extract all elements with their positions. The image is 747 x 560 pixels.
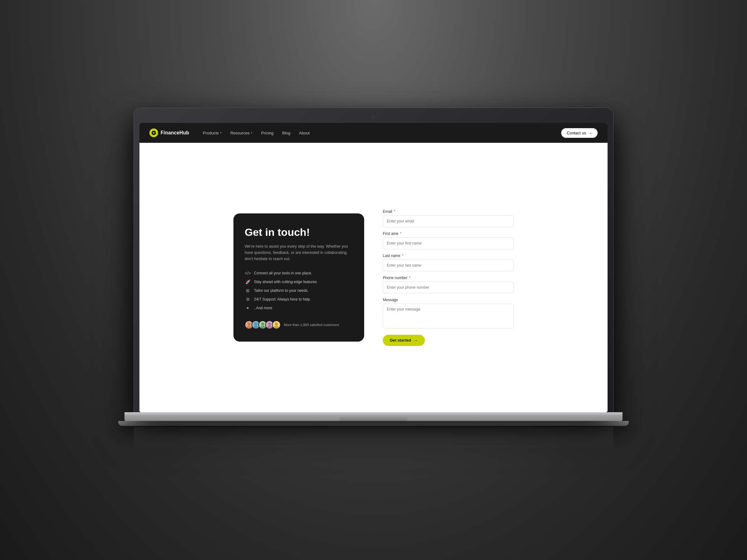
logo-ring — [152, 131, 156, 135]
avatar-stack — [244, 320, 281, 329]
feature-text: Stay ahead with cutting-edge features. — [254, 280, 318, 284]
phone-group: Phone number * — [383, 276, 514, 293]
nav-products[interactable]: Products ▾ — [199, 129, 225, 137]
phone-input[interactable] — [383, 282, 514, 293]
svg-point-5 — [260, 326, 265, 329]
camera — [372, 116, 375, 119]
required-star: * — [394, 209, 395, 214]
feature-text: ..And more — [254, 306, 272, 310]
nav-resources[interactable]: Resources ▾ — [227, 129, 256, 137]
layers-icon: ⊞ — [244, 288, 251, 293]
nav-pricing[interactable]: Pricing — [257, 129, 277, 137]
laptop-bottom — [118, 421, 629, 426]
logo-dot — [153, 132, 155, 134]
laptop-container: FinanceHub Products ▾ Resources ▾ Pricin… — [134, 108, 613, 452]
message-group: Message — [383, 298, 514, 330]
get-started-button[interactable]: Get started → — [383, 335, 425, 346]
avatar — [272, 320, 281, 329]
nav-links: Products ▾ Resources ▾ Pricing Blog Abou — [199, 129, 561, 137]
list-item: ⚙ 24/7 Support: Always here to help. — [244, 297, 353, 302]
feature-text: Tailor our platform to your needs. — [254, 288, 308, 293]
required-star: * — [409, 276, 411, 280]
submit-arrow-icon: → — [414, 338, 418, 343]
card-title: Get in touch! — [244, 226, 353, 239]
rocket-icon: 🚀 — [244, 279, 251, 284]
email-input[interactable] — [383, 215, 514, 227]
feature-list: </> Connect all your tools in one place.… — [244, 271, 353, 311]
resources-chevron-icon: ▾ — [251, 131, 252, 134]
navbar: FinanceHub Products ▾ Resources ▾ Pricin… — [139, 123, 608, 143]
svg-point-9 — [274, 326, 279, 329]
cta-arrow-icon: → — [588, 131, 592, 135]
message-textarea[interactable] — [383, 304, 514, 328]
support-icon: ⚙ — [244, 297, 251, 302]
svg-point-6 — [268, 323, 271, 326]
list-item: ⊞ Tailor our platform to your needs. — [244, 288, 353, 293]
laptop-screen: FinanceHub Products ▾ Resources ▾ Pricin… — [139, 123, 608, 412]
info-card: Get in touch! We're here to assist you e… — [233, 213, 364, 342]
nav-about[interactable]: About — [295, 129, 313, 137]
first-name-label: First ame * — [383, 232, 514, 236]
email-label: Email * — [383, 209, 514, 214]
feature-text: 24/7 Support: Always here to help. — [254, 297, 311, 301]
products-chevron-icon: ▾ — [220, 131, 222, 134]
svg-point-3 — [253, 326, 258, 329]
list-item: ✦ ..And more — [244, 305, 353, 311]
first-name-group: First ame * — [383, 232, 514, 249]
first-name-input[interactable] — [383, 237, 514, 249]
card-description: We're here to assist you every step of t… — [244, 243, 353, 262]
phone-label: Phone number * — [383, 276, 514, 280]
laptop-base — [125, 412, 622, 421]
svg-point-4 — [261, 323, 264, 326]
nav-blog[interactable]: Blog — [279, 129, 294, 137]
logo[interactable]: FinanceHub — [149, 129, 189, 137]
feature-text: Connect all your tools in one place. — [254, 271, 312, 275]
last-name-input[interactable] — [383, 260, 514, 271]
brand-name: FinanceHub — [161, 130, 189, 136]
laptop-reflection — [134, 427, 613, 452]
list-item: 🚀 Stay ahead with cutting-edge features. — [244, 279, 353, 284]
list-item: </> Connect all your tools in one place. — [244, 271, 353, 276]
svg-point-1 — [247, 326, 251, 329]
message-label: Message — [383, 298, 514, 302]
required-star: * — [400, 232, 402, 236]
svg-point-2 — [254, 323, 257, 326]
customers-row: More than 1,000 satisfied customers — [244, 320, 353, 329]
page-content: Get in touch! We're here to assist you e… — [139, 143, 608, 412]
last-name-label: Last name * — [383, 254, 514, 258]
svg-point-0 — [248, 323, 251, 326]
contact-form: Email * First ame * — [383, 209, 514, 346]
svg-point-7 — [267, 326, 272, 329]
logo-icon — [149, 129, 158, 137]
customers-text: More than 1,000 satisfied customers — [284, 323, 339, 327]
svg-point-8 — [275, 323, 278, 326]
more-icon: ✦ — [244, 305, 251, 311]
laptop-bezel: FinanceHub Products ▾ Resources ▾ Pricin… — [134, 108, 613, 412]
last-name-group: Last name * — [383, 254, 514, 271]
camera-bar — [139, 113, 608, 121]
email-group: Email * — [383, 209, 514, 227]
contact-us-button[interactable]: Contact us → — [561, 128, 598, 138]
code-icon: </> — [244, 271, 251, 276]
required-star: * — [402, 254, 403, 258]
